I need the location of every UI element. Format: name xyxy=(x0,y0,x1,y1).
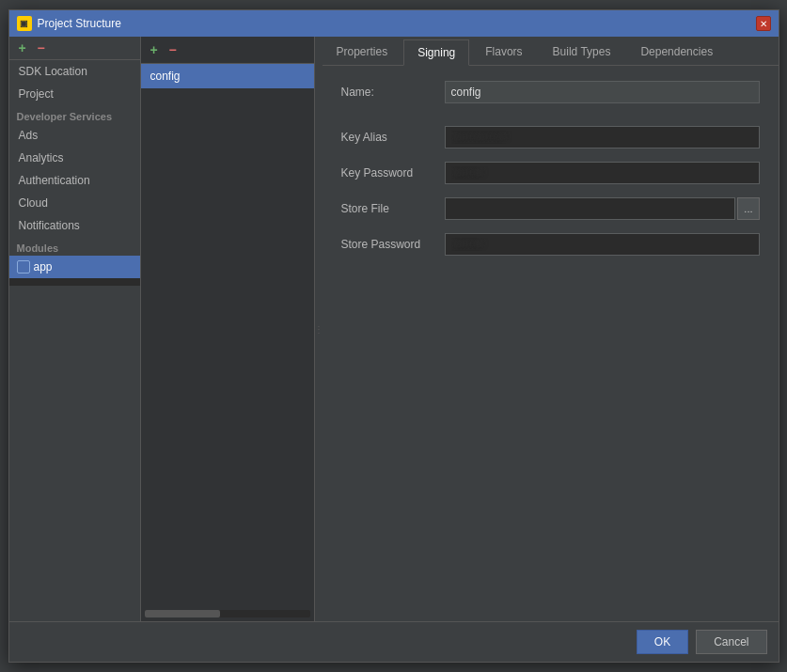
store-file-label: Store File xyxy=(341,202,445,215)
ok-button[interactable]: OK xyxy=(637,630,688,654)
title-bar-left: ▣ Project Structure xyxy=(17,16,121,31)
close-button[interactable]: ✕ xyxy=(756,16,771,31)
store-password-row: Store Password xyxy=(341,233,760,256)
right-panel: Properties Signing Flavors Build Types D… xyxy=(323,37,779,621)
signing-form: Name: Key Alias Key Password Store xyxy=(323,66,779,621)
tab-signing[interactable]: Signing xyxy=(403,39,469,66)
sidebar-scrollbar[interactable] xyxy=(9,278,140,286)
key-alias-input[interactable] xyxy=(445,126,760,148)
key-password-row: Key Password xyxy=(341,162,760,184)
sidebar-item-ads[interactable]: Ads xyxy=(9,124,140,147)
key-password-input[interactable] xyxy=(445,162,760,184)
sidebar-item-cloud[interactable]: Cloud xyxy=(9,192,140,214)
store-file-input[interactable] xyxy=(445,197,736,220)
sidebar-item-app-module[interactable]: app xyxy=(9,256,140,278)
store-password-label: Store Password xyxy=(341,238,445,251)
sidebar-item-authentication[interactable]: Authentication xyxy=(9,169,140,192)
sidebar-item-notifications[interactable]: Notifications xyxy=(9,214,140,237)
name-row: Name: xyxy=(341,81,760,103)
sidebar-item-analytics[interactable]: Analytics xyxy=(9,147,140,169)
sidebar-remove-button[interactable]: − xyxy=(34,40,49,55)
cancel-button[interactable]: Cancel xyxy=(696,630,766,654)
tab-build-types[interactable]: Build Types xyxy=(539,39,625,65)
config-add-button[interactable]: + xyxy=(147,42,162,57)
center-panel: + − config xyxy=(141,37,315,621)
tabs-bar: Properties Signing Flavors Build Types D… xyxy=(323,37,779,66)
dialog-body: + − SDK Location Project Developer Servi… xyxy=(9,37,779,621)
sidebar-section-developer-services: Developer Services xyxy=(9,105,140,124)
key-alias-row: Key Alias xyxy=(341,126,760,148)
center-toolbar: + − xyxy=(141,37,314,64)
dialog-title: Project Structure xyxy=(38,17,121,30)
config-remove-button[interactable]: − xyxy=(165,42,181,57)
sidebar-item-sdk-location[interactable]: SDK Location xyxy=(9,60,140,83)
module-icon xyxy=(17,260,30,273)
title-bar: ▣ Project Structure ✕ xyxy=(9,10,779,37)
sidebar-toolbar: + − xyxy=(9,37,140,60)
name-input[interactable] xyxy=(445,81,760,103)
config-item-config[interactable]: config xyxy=(141,64,314,88)
name-label: Name: xyxy=(341,86,445,99)
sidebar-section-modules: Modules xyxy=(9,237,140,256)
tab-flavors[interactable]: Flavors xyxy=(471,39,536,65)
config-list: config xyxy=(141,64,314,610)
sidebar: + − SDK Location Project Developer Servi… xyxy=(9,37,141,621)
resize-handle[interactable]: ⋮ xyxy=(315,37,323,621)
tab-properties[interactable]: Properties xyxy=(323,39,402,65)
browse-button[interactable]: ... xyxy=(737,197,759,220)
center-scrollbar[interactable] xyxy=(145,610,310,617)
tab-dependencies[interactable]: Dependencies xyxy=(626,39,727,65)
bottom-bar: OK Cancel xyxy=(9,621,779,662)
key-alias-label: Key Alias xyxy=(341,131,445,144)
key-password-label: Key Password xyxy=(341,166,445,180)
sidebar-add-button[interactable]: + xyxy=(15,40,30,55)
store-file-row: Store File ... xyxy=(341,197,760,220)
center-scrollbar-thumb xyxy=(145,610,220,617)
store-password-input[interactable] xyxy=(445,233,760,256)
sidebar-item-project[interactable]: Project xyxy=(9,83,140,105)
app-icon: ▣ xyxy=(17,16,32,31)
project-structure-dialog: ▣ Project Structure ✕ + − SDK Location P… xyxy=(8,9,779,663)
module-label: app xyxy=(34,260,53,273)
